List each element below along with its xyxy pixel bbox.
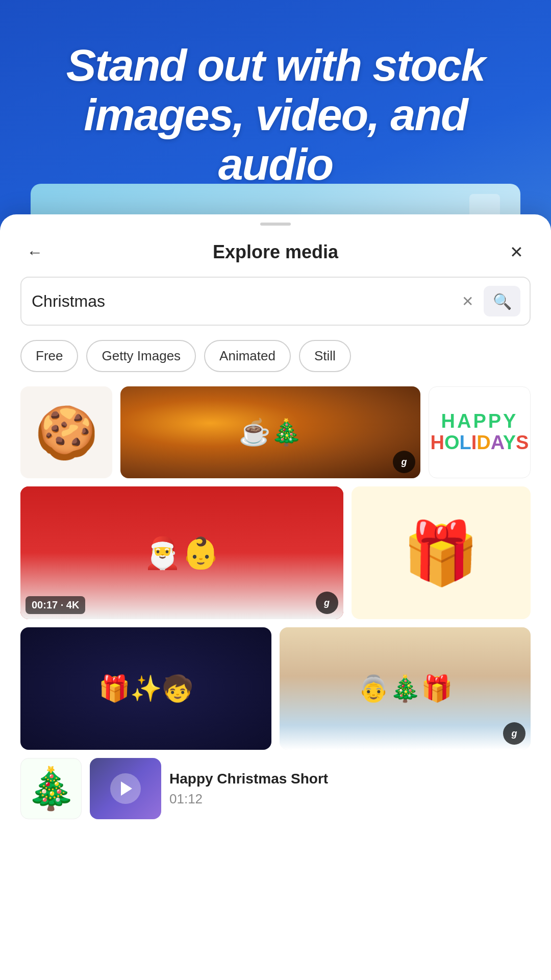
search-icon: 🔍 — [493, 292, 512, 310]
filter-pills: Free Getty Images Animated Still — [0, 340, 551, 386]
audio-title: Happy Christmas Short — [169, 771, 531, 787]
christmas-tree-icon: 🎄 — [26, 765, 77, 813]
media-row-1: 🍪 g HAPPY HOLIDAYS — [20, 386, 531, 478]
bottom-sheet-wrapper: ← Explore media ✕ ✕ 🔍 Free Getty Images … — [0, 184, 551, 980]
play-icon — [110, 773, 141, 804]
hot-cocoa-image — [120, 386, 420, 478]
gift-box-icon: 🎁 — [403, 522, 479, 583]
audio-duration: 01:12 — [169, 791, 531, 807]
media-grid: 🍪 g HAPPY HOLIDAYS — [0, 386, 551, 980]
media-item-gift-box[interactable]: 🎁 — [352, 486, 531, 619]
sheet-header: ← Explore media ✕ — [0, 226, 551, 277]
holidays-text: HOLIDAYS — [431, 432, 529, 454]
getty-badge-grandma: g — [503, 722, 525, 745]
happy-text: HAPPY — [431, 411, 529, 432]
filter-free[interactable]: Free — [20, 340, 78, 372]
video-duration-badge: 00:17 · 4K — [26, 596, 85, 614]
media-item-happy-holidays[interactable]: HAPPY HOLIDAYS — [429, 386, 531, 478]
gingerbread-icon: 🍪 — [35, 407, 98, 458]
getty-badge-video: g — [316, 592, 338, 614]
search-clear-button[interactable]: ✕ — [458, 292, 477, 310]
audio-item-tree[interactable]: 🎄 — [20, 758, 82, 819]
back-button[interactable]: ← — [20, 238, 49, 266]
audio-play-button[interactable] — [90, 758, 161, 819]
grandma-image — [280, 627, 531, 750]
media-item-child-gifts[interactable] — [20, 627, 271, 750]
media-row-2: 00:17 · 4K g 🎁 — [20, 486, 531, 619]
close-button[interactable]: ✕ — [502, 238, 531, 266]
media-item-gingerbread[interactable]: 🍪 — [20, 386, 112, 478]
bottom-sheet: ← Explore media ✕ ✕ 🔍 Free Getty Images … — [0, 214, 551, 980]
filter-animated[interactable]: Animated — [204, 340, 291, 372]
audio-row: 🎄 Happy Christmas Short 01:12 — [20, 758, 531, 840]
search-submit-button[interactable]: 🔍 — [484, 286, 520, 316]
filter-getty[interactable]: Getty Images — [86, 340, 196, 372]
media-item-hot-cocoa[interactable]: g — [120, 386, 420, 478]
search-bar[interactable]: ✕ 🔍 — [20, 277, 531, 326]
audio-info: Happy Christmas Short 01:12 — [169, 771, 531, 807]
play-triangle-icon — [121, 781, 132, 796]
search-input[interactable] — [32, 292, 450, 311]
filter-still[interactable]: Still — [299, 340, 351, 372]
media-item-baby-santa[interactable]: 00:17 · 4K g — [20, 486, 343, 619]
sheet-title: Explore media — [213, 241, 338, 263]
back-arrow-icon: ← — [27, 244, 43, 260]
child-gifts-image — [20, 627, 271, 750]
happy-holidays-sticker: HAPPY HOLIDAYS — [431, 411, 529, 454]
getty-badge: g — [393, 451, 415, 473]
media-row-3: g — [20, 627, 531, 750]
media-item-grandma[interactable]: g — [280, 627, 531, 750]
close-icon: ✕ — [510, 244, 523, 260]
